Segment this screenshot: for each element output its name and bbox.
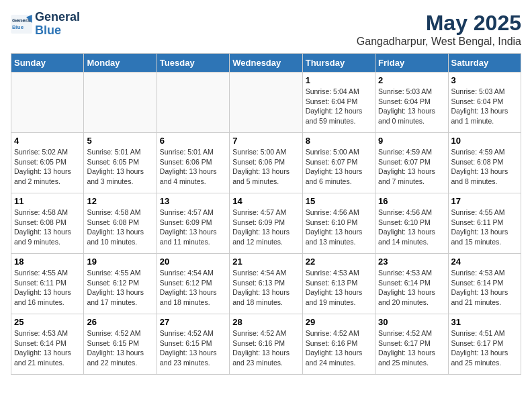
day-info: Sunrise: 4:52 AM Sunset: 6:16 PM Dayligh… bbox=[306, 328, 372, 368]
calendar-cell: 13Sunrise: 4:57 AM Sunset: 6:09 PM Dayli… bbox=[157, 193, 229, 254]
weekday-header-saturday: Saturday bbox=[448, 54, 521, 73]
day-number: 7 bbox=[232, 136, 299, 146]
calendar-cell: 28Sunrise: 4:52 AM Sunset: 6:16 PM Dayli… bbox=[230, 314, 302, 375]
calendar-cell: 30Sunrise: 4:52 AM Sunset: 6:17 PM Dayli… bbox=[375, 314, 448, 375]
day-number: 17 bbox=[451, 196, 518, 206]
day-info: Sunrise: 4:53 AM Sunset: 6:14 PM Dayligh… bbox=[378, 268, 445, 308]
svg-text:Blue: Blue bbox=[12, 24, 24, 30]
weekday-header-row: SundayMondayTuesdayWednesdayThursdayFrid… bbox=[11, 54, 521, 73]
day-info: Sunrise: 4:58 AM Sunset: 6:08 PM Dayligh… bbox=[87, 208, 153, 247]
day-number: 28 bbox=[232, 317, 299, 327]
calendar-cell: 29Sunrise: 4:52 AM Sunset: 6:16 PM Dayli… bbox=[302, 314, 375, 375]
day-info: Sunrise: 5:00 AM Sunset: 6:06 PM Dayligh… bbox=[232, 147, 299, 187]
calendar-cell bbox=[84, 73, 157, 133]
day-number: 23 bbox=[378, 257, 445, 267]
day-info: Sunrise: 4:52 AM Sunset: 6:15 PM Dayligh… bbox=[160, 328, 226, 368]
calendar-cell: 8Sunrise: 5:00 AM Sunset: 6:07 PM Daylig… bbox=[302, 133, 375, 193]
calendar-cell: 24Sunrise: 4:53 AM Sunset: 6:14 PM Dayli… bbox=[448, 254, 521, 314]
day-info: Sunrise: 4:52 AM Sunset: 6:15 PM Dayligh… bbox=[87, 328, 153, 368]
day-number: 11 bbox=[14, 196, 81, 206]
calendar-cell: 27Sunrise: 4:52 AM Sunset: 6:15 PM Dayli… bbox=[157, 314, 229, 375]
calendar-cell: 23Sunrise: 4:53 AM Sunset: 6:14 PM Dayli… bbox=[375, 254, 448, 314]
day-number: 13 bbox=[160, 196, 226, 206]
calendar-cell: 7Sunrise: 5:00 AM Sunset: 6:06 PM Daylig… bbox=[230, 133, 302, 193]
day-number: 3 bbox=[451, 75, 518, 85]
day-info: Sunrise: 4:54 AM Sunset: 6:12 PM Dayligh… bbox=[160, 268, 226, 308]
calendar-cell: 14Sunrise: 4:57 AM Sunset: 6:09 PM Dayli… bbox=[230, 193, 302, 254]
day-info: Sunrise: 4:57 AM Sunset: 6:09 PM Dayligh… bbox=[160, 208, 226, 247]
day-number: 25 bbox=[14, 317, 81, 327]
day-info: Sunrise: 4:56 AM Sunset: 6:10 PM Dayligh… bbox=[306, 208, 372, 247]
day-info: Sunrise: 4:59 AM Sunset: 6:08 PM Dayligh… bbox=[451, 147, 518, 187]
calendar-cell: 25Sunrise: 4:53 AM Sunset: 6:14 PM Dayli… bbox=[11, 314, 84, 375]
day-info: Sunrise: 4:55 AM Sunset: 6:12 PM Dayligh… bbox=[87, 268, 153, 308]
day-number: 1 bbox=[306, 75, 372, 85]
day-number: 20 bbox=[160, 257, 226, 267]
weekday-header-monday: Monday bbox=[84, 54, 157, 73]
day-info: Sunrise: 4:51 AM Sunset: 6:17 PM Dayligh… bbox=[451, 328, 518, 368]
day-number: 18 bbox=[14, 257, 81, 267]
calendar-cell bbox=[230, 73, 302, 133]
calendar-cell: 15Sunrise: 4:56 AM Sunset: 6:10 PM Dayli… bbox=[302, 193, 375, 254]
calendar-cell: 18Sunrise: 4:55 AM Sunset: 6:11 PM Dayli… bbox=[11, 254, 84, 314]
day-info: Sunrise: 5:00 AM Sunset: 6:07 PM Dayligh… bbox=[306, 147, 372, 187]
logo-text: General Blue bbox=[35, 11, 80, 38]
day-info: Sunrise: 4:53 AM Sunset: 6:14 PM Dayligh… bbox=[451, 268, 518, 308]
calendar-cell: 22Sunrise: 4:53 AM Sunset: 6:13 PM Dayli… bbox=[302, 254, 375, 314]
day-number: 31 bbox=[451, 317, 518, 327]
day-info: Sunrise: 4:56 AM Sunset: 6:10 PM Dayligh… bbox=[378, 208, 445, 247]
calendar-cell: 26Sunrise: 4:52 AM Sunset: 6:15 PM Dayli… bbox=[84, 314, 157, 375]
day-number: 6 bbox=[160, 136, 226, 146]
day-number: 30 bbox=[378, 317, 445, 327]
calendar-cell: 21Sunrise: 4:54 AM Sunset: 6:13 PM Dayli… bbox=[230, 254, 302, 314]
calendar-cell: 5Sunrise: 5:01 AM Sunset: 6:05 PM Daylig… bbox=[84, 133, 157, 193]
calendar-cell: 20Sunrise: 4:54 AM Sunset: 6:12 PM Dayli… bbox=[157, 254, 229, 314]
calendar-cell: 4Sunrise: 5:02 AM Sunset: 6:05 PM Daylig… bbox=[11, 133, 84, 193]
day-number: 5 bbox=[87, 136, 153, 146]
calendar-cell: 1Sunrise: 5:04 AM Sunset: 6:04 PM Daylig… bbox=[302, 73, 375, 133]
month-title: May 2025 bbox=[357, 11, 521, 36]
day-info: Sunrise: 4:59 AM Sunset: 6:07 PM Dayligh… bbox=[378, 147, 445, 187]
day-info: Sunrise: 4:53 AM Sunset: 6:13 PM Dayligh… bbox=[306, 268, 372, 308]
day-number: 15 bbox=[306, 196, 372, 206]
calendar-cell: 2Sunrise: 5:03 AM Sunset: 6:04 PM Daylig… bbox=[375, 73, 448, 133]
day-number: 12 bbox=[87, 196, 153, 206]
day-number: 9 bbox=[378, 136, 445, 146]
day-info: Sunrise: 4:55 AM Sunset: 6:11 PM Dayligh… bbox=[451, 208, 518, 247]
calendar-cell: 9Sunrise: 4:59 AM Sunset: 6:07 PM Daylig… bbox=[375, 133, 448, 193]
calendar-cell: 12Sunrise: 4:58 AM Sunset: 6:08 PM Dayli… bbox=[84, 193, 157, 254]
week-row-5: 25Sunrise: 4:53 AM Sunset: 6:14 PM Dayli… bbox=[11, 314, 521, 375]
weekday-header-tuesday: Tuesday bbox=[157, 54, 229, 73]
day-number: 16 bbox=[378, 196, 445, 206]
day-number: 19 bbox=[87, 257, 153, 267]
logo-icon: General Blue bbox=[11, 15, 32, 34]
day-info: Sunrise: 4:57 AM Sunset: 6:09 PM Dayligh… bbox=[232, 208, 299, 247]
week-row-2: 4Sunrise: 5:02 AM Sunset: 6:05 PM Daylig… bbox=[11, 133, 521, 193]
day-number: 22 bbox=[306, 257, 372, 267]
day-info: Sunrise: 5:01 AM Sunset: 6:06 PM Dayligh… bbox=[160, 147, 226, 187]
week-row-3: 11Sunrise: 4:58 AM Sunset: 6:08 PM Dayli… bbox=[11, 193, 521, 254]
day-info: Sunrise: 4:53 AM Sunset: 6:14 PM Dayligh… bbox=[14, 328, 81, 368]
week-row-4: 18Sunrise: 4:55 AM Sunset: 6:11 PM Dayli… bbox=[11, 254, 521, 314]
calendar-cell bbox=[157, 73, 229, 133]
week-row-1: 1Sunrise: 5:04 AM Sunset: 6:04 PM Daylig… bbox=[11, 73, 521, 133]
calendar-cell: 31Sunrise: 4:51 AM Sunset: 6:17 PM Dayli… bbox=[448, 314, 521, 375]
logo: General Blue General Blue bbox=[11, 11, 80, 38]
day-info: Sunrise: 4:52 AM Sunset: 6:17 PM Dayligh… bbox=[378, 328, 445, 368]
day-info: Sunrise: 5:04 AM Sunset: 6:04 PM Dayligh… bbox=[306, 87, 372, 126]
day-info: Sunrise: 4:52 AM Sunset: 6:16 PM Dayligh… bbox=[232, 328, 299, 368]
calendar-cell: 10Sunrise: 4:59 AM Sunset: 6:08 PM Dayli… bbox=[448, 133, 521, 193]
day-info: Sunrise: 5:02 AM Sunset: 6:05 PM Dayligh… bbox=[14, 147, 81, 187]
weekday-header-wednesday: Wednesday bbox=[230, 54, 302, 73]
calendar: SundayMondayTuesdayWednesdayThursdayFrid… bbox=[11, 53, 521, 375]
day-number: 14 bbox=[232, 196, 299, 206]
calendar-cell: 11Sunrise: 4:58 AM Sunset: 6:08 PM Dayli… bbox=[11, 193, 84, 254]
page-header: General Blue General Blue May 2025 Ganga… bbox=[11, 11, 521, 48]
calendar-cell: 17Sunrise: 4:55 AM Sunset: 6:11 PM Dayli… bbox=[448, 193, 521, 254]
day-info: Sunrise: 4:54 AM Sunset: 6:13 PM Dayligh… bbox=[232, 268, 299, 308]
day-number: 2 bbox=[378, 75, 445, 85]
day-info: Sunrise: 5:03 AM Sunset: 6:04 PM Dayligh… bbox=[378, 87, 445, 126]
day-number: 10 bbox=[451, 136, 518, 146]
day-info: Sunrise: 4:58 AM Sunset: 6:08 PM Dayligh… bbox=[14, 208, 81, 247]
day-info: Sunrise: 5:03 AM Sunset: 6:04 PM Dayligh… bbox=[451, 87, 518, 126]
